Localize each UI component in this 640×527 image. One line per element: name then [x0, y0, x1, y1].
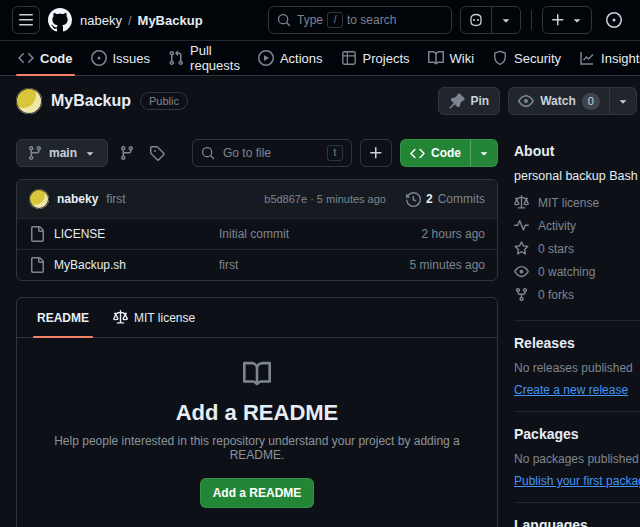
- issues-icon: [606, 12, 622, 28]
- tab-pull-requests[interactable]: Pull requests: [160, 41, 248, 75]
- pulse-icon: [514, 218, 529, 233]
- tab-mit-license[interactable]: MIT license: [101, 298, 207, 337]
- readme-tab-bar: README MIT license: [17, 298, 497, 338]
- file-commit-time: 2 hours ago: [422, 227, 485, 241]
- code-dropdown-button[interactable]: [470, 140, 497, 166]
- watch-button[interactable]: Watch 0: [509, 88, 609, 114]
- branches-link[interactable]: [116, 142, 138, 164]
- latest-commit-bar: nabeky first b5d867e · 5 minutes ago 2 C…: [17, 180, 497, 218]
- tab-insights[interactable]: Insights: [571, 41, 640, 75]
- law-icon: [514, 195, 529, 210]
- code-column: main t: [16, 131, 498, 527]
- plus-icon: [550, 12, 566, 28]
- watch-count: 0: [582, 93, 600, 110]
- packages-section: Packages No packages published Publish y…: [514, 411, 640, 502]
- code-button[interactable]: Code: [401, 140, 470, 166]
- app-header: nabeky / MyBackup Type / to search: [0, 0, 640, 41]
- tags-link[interactable]: [146, 142, 168, 164]
- file-commit-message-link[interactable]: Initial commit: [219, 227, 422, 241]
- file-commit-message-link[interactable]: first: [219, 258, 410, 272]
- create-release-link[interactable]: Create a new release: [514, 383, 628, 397]
- add-readme-button[interactable]: Add a README: [200, 478, 315, 508]
- readme-tab-label: README: [37, 311, 89, 325]
- breadcrumb-owner[interactable]: nabeky: [80, 13, 122, 28]
- branch-selector[interactable]: main: [16, 139, 108, 167]
- pin-button[interactable]: Pin: [438, 87, 501, 115]
- copilot-icon: [468, 12, 484, 28]
- hamburger-menu-button[interactable]: [12, 6, 40, 34]
- commit-history-link[interactable]: 2 Commits: [406, 192, 485, 207]
- add-file-button[interactable]: [360, 139, 392, 167]
- license-link[interactable]: MIT license: [514, 191, 640, 214]
- global-search-input[interactable]: Type / to search: [268, 6, 452, 34]
- releases-section: Releases No releases published Create a …: [514, 320, 640, 411]
- copilot-button[interactable]: [461, 7, 491, 33]
- releases-title: Releases: [514, 335, 640, 351]
- breadcrumb-separator: /: [128, 13, 132, 28]
- breadcrumb: nabeky / MyBackup: [80, 13, 203, 28]
- file-browser: nabeky first b5d867e · 5 minutes ago 2 C…: [16, 179, 498, 281]
- security-icon: [492, 50, 508, 66]
- tab-actions[interactable]: Actions: [250, 41, 331, 75]
- go-to-file-input[interactable]: [221, 145, 321, 161]
- about-title: About: [514, 143, 640, 159]
- readme-empty-title: Add a README: [176, 400, 339, 426]
- tab-label: Issues: [113, 51, 151, 66]
- readme-empty-description: Help people interested in this repositor…: [42, 434, 472, 462]
- tab-label: Code: [40, 51, 73, 66]
- tab-issues[interactable]: Issues: [83, 41, 159, 75]
- commit-message[interactable]: first: [106, 192, 125, 206]
- chevron-down-icon: [616, 94, 630, 108]
- pin-button-label: Pin: [471, 94, 490, 108]
- tab-code[interactable]: Code: [10, 41, 81, 75]
- branch-icon: [119, 145, 135, 161]
- page-title: MyBackup: [51, 93, 131, 109]
- watch-dropdown-button[interactable]: [609, 88, 636, 114]
- insights-icon: [579, 50, 595, 66]
- page-content: MyBackup Public Pin Watch 0 For: [0, 76, 640, 527]
- issues-header-button[interactable]: [600, 6, 628, 34]
- slash-kbd: /: [327, 12, 343, 28]
- about-item-label: MIT license: [538, 196, 599, 210]
- search-icon: [277, 13, 291, 27]
- copilot-dropdown-button[interactable]: [491, 7, 520, 33]
- breadcrumb-repo[interactable]: MyBackup: [138, 13, 203, 28]
- watchers-link[interactable]: 0 watching: [514, 260, 640, 283]
- tab-label: Wiki: [450, 51, 475, 66]
- about-item-label: 0 stars: [538, 242, 574, 256]
- license-tab-label: MIT license: [134, 311, 195, 325]
- forks-link[interactable]: 0 forks: [514, 283, 640, 306]
- commit-sha-time[interactable]: b5d867e · 5 minutes ago: [264, 193, 386, 205]
- languages-section: Languages Shell 100.0%: [514, 502, 640, 527]
- t-kbd: t: [327, 145, 343, 161]
- tab-label: Security: [514, 51, 561, 66]
- tab-security[interactable]: Security: [484, 41, 569, 75]
- commit-author[interactable]: nabeky: [57, 192, 98, 206]
- law-icon: [113, 310, 128, 325]
- commit-count-label: Commits: [438, 192, 485, 206]
- actions-icon: [258, 50, 274, 66]
- repo-description: personal backup Bash scr: [514, 169, 640, 183]
- wiki-icon: [428, 50, 444, 66]
- tab-projects[interactable]: Projects: [333, 41, 418, 75]
- activity-link[interactable]: Activity: [514, 214, 640, 237]
- file-name-link[interactable]: MyBackup.sh: [54, 258, 126, 272]
- chevron-down-icon: [570, 13, 584, 27]
- publish-package-link[interactable]: Publish your first package: [514, 474, 640, 488]
- code-icon: [18, 50, 34, 66]
- pin-icon: [449, 93, 465, 109]
- tab-label: Actions: [280, 51, 323, 66]
- file-icon: [29, 257, 45, 273]
- commit-count: 2: [426, 192, 433, 206]
- create-new-button[interactable]: [542, 6, 592, 34]
- file-name-link[interactable]: LICENSE: [54, 227, 105, 241]
- stars-link[interactable]: 0 stars: [514, 237, 640, 260]
- tab-wiki[interactable]: Wiki: [420, 41, 483, 75]
- search-icon: [201, 146, 215, 160]
- tab-readme[interactable]: README: [25, 298, 101, 337]
- header-divider: [531, 10, 532, 30]
- search-placeholder-before: Type: [297, 13, 323, 27]
- github-logo[interactable]: [48, 8, 72, 32]
- about-sidebar: About personal backup Bash scr MIT licen…: [514, 131, 640, 527]
- go-to-file-box: t: [192, 139, 352, 167]
